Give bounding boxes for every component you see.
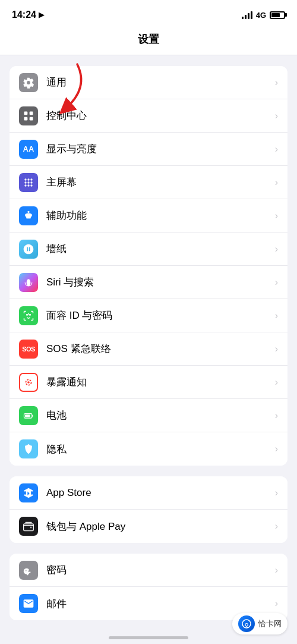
siri-chevron: › (275, 277, 278, 288)
svg-point-19 (27, 381, 30, 384)
svg-point-15 (27, 279, 31, 286)
location-icon: ▶ (39, 11, 44, 19)
svg-point-11 (24, 184, 26, 186)
signal-icon (242, 11, 252, 19)
general-label: 通用 (46, 76, 275, 89)
status-right: 4G (242, 11, 285, 20)
row-accessibility[interactable]: 辅助功能 › (10, 199, 287, 233)
battery-level (271, 13, 280, 17)
row-general[interactable]: 通用 › (10, 66, 287, 99)
svg-rect-21 (25, 414, 30, 417)
siri-icon (19, 273, 38, 292)
home-screen-icon (19, 173, 38, 192)
general-settings-section: 通用 › 控制中心 › AA 显示与亮度 › 主屏幕 › 辅助功能 › 墙纸 (10, 66, 287, 466)
battery-label: 电池 (46, 409, 275, 422)
time-display: 14:24 (12, 10, 36, 20)
appstore-icon (19, 483, 38, 502)
passwords-label: 密码 (46, 563, 275, 577)
home-screen-chevron: › (275, 177, 278, 188)
privacy-chevron: › (275, 444, 278, 454)
general-chevron: › (275, 77, 278, 88)
svg-text:Q: Q (245, 622, 248, 627)
home-indicator (109, 636, 188, 639)
status-time: 14:24 ▶ (12, 10, 44, 20)
mail-label: 邮件 (46, 597, 275, 611)
sos-chevron: › (275, 344, 278, 354)
sos-label: SOS 紧急联络 (46, 342, 275, 356)
row-appstore[interactable]: App Store › (10, 476, 287, 510)
svg-point-13 (30, 184, 32, 186)
battery-icon (270, 11, 285, 19)
exposure-chevron: › (275, 377, 278, 388)
appstore-chevron: › (275, 488, 278, 498)
svg-point-9 (27, 181, 29, 183)
privacy-icon (19, 439, 38, 458)
row-exposure[interactable]: 暴露通知 › (10, 366, 287, 399)
watermark-logo: Q (238, 615, 255, 632)
row-control-center[interactable]: 控制中心 › (10, 99, 287, 133)
svg-point-8 (24, 181, 26, 183)
row-battery[interactable]: 电池 › (10, 399, 287, 432)
svg-point-5 (24, 178, 26, 180)
svg-rect-1 (24, 111, 28, 115)
passwords-chevron: › (275, 565, 278, 576)
accessibility-chevron: › (275, 211, 278, 221)
svg-point-17 (30, 314, 31, 315)
control-center-chevron: › (275, 111, 278, 121)
svg-rect-22 (24, 524, 34, 531)
battery-settings-icon (19, 406, 38, 425)
other-settings-section: 密码 › 邮件 › (10, 554, 287, 620)
row-privacy[interactable]: 隐私 › (10, 432, 287, 466)
appstore-label: App Store (46, 487, 275, 499)
row-wallet[interactable]: 钱包与 Apple Pay › (10, 510, 287, 543)
svg-rect-2 (30, 111, 33, 115)
network-type: 4G (256, 11, 266, 20)
control-center-icon (19, 106, 38, 125)
mail-chevron: › (275, 598, 278, 609)
page-title: 设置 (0, 26, 297, 55)
wallpaper-chevron: › (275, 244, 278, 255)
passwords-icon (19, 561, 38, 580)
battery-chevron: › (275, 410, 278, 421)
faceid-chevron: › (275, 310, 278, 321)
exposure-label: 暴露通知 (46, 375, 275, 389)
sos-icon: SOS (19, 340, 38, 359)
accessibility-label: 辅助功能 (46, 209, 275, 222)
display-icon: AA (19, 140, 38, 159)
mail-icon (19, 594, 38, 613)
watermark-text: 恰卡网 (258, 618, 282, 629)
faceid-icon (19, 306, 38, 325)
exposure-icon (19, 373, 38, 392)
svg-point-14 (27, 211, 29, 212)
wallet-label: 钱包与 Apple Pay (46, 520, 275, 533)
svg-rect-3 (24, 117, 28, 120)
row-wallpaper[interactable]: 墙纸 › (10, 233, 287, 266)
svg-rect-4 (30, 117, 33, 120)
svg-point-7 (30, 178, 32, 180)
faceid-label: 面容 ID 与密码 (46, 309, 275, 322)
display-label: 显示与亮度 (46, 142, 275, 156)
wallet-icon (19, 517, 38, 536)
store-settings-section: App Store › 钱包与 Apple Pay › (10, 476, 287, 543)
siri-label: Siri 与搜索 (46, 275, 275, 289)
row-display[interactable]: AA 显示与亮度 › (10, 133, 287, 166)
row-passwords[interactable]: 密码 › (10, 554, 287, 587)
home-screen-label: 主屏幕 (46, 175, 275, 189)
watermark: Q 恰卡网 (232, 613, 287, 634)
control-center-label: 控制中心 (46, 109, 275, 122)
svg-point-6 (27, 178, 29, 180)
row-siri[interactable]: Siri 与搜索 › (10, 266, 287, 299)
general-icon (19, 73, 38, 92)
row-sos[interactable]: SOS SOS 紧急联络 › (10, 332, 287, 366)
svg-point-16 (27, 314, 28, 315)
svg-point-12 (27, 184, 29, 186)
status-bar: 14:24 ▶ 4G (0, 0, 297, 26)
svg-point-10 (30, 181, 32, 183)
row-faceid[interactable]: 面容 ID 与密码 › (10, 299, 287, 332)
row-home-screen[interactable]: 主屏幕 › (10, 166, 287, 199)
wallpaper-icon (19, 240, 38, 259)
accessibility-icon (19, 206, 38, 225)
wallpaper-label: 墙纸 (46, 242, 275, 256)
wallet-chevron: › (275, 521, 278, 532)
privacy-label: 隐私 (46, 442, 275, 456)
